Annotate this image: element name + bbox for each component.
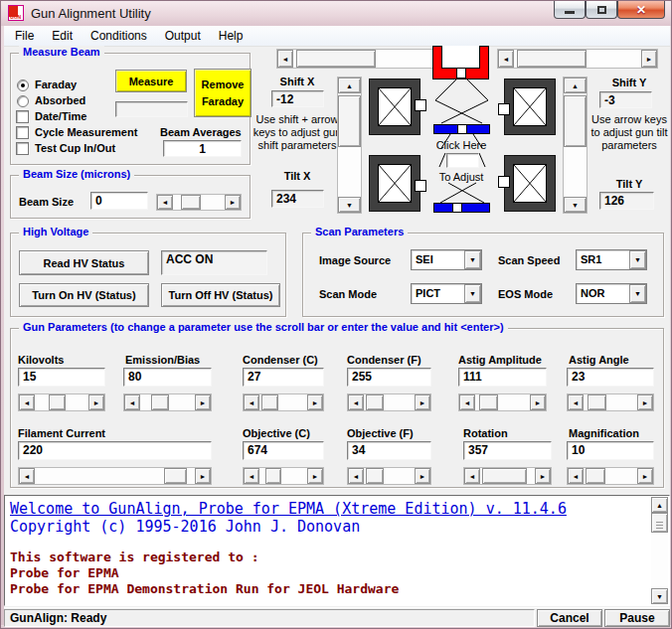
scroll-left-icon[interactable]: ◄ <box>19 394 35 410</box>
chevron-down-icon[interactable]: ▼ <box>629 284 646 303</box>
rotation-scrollbar[interactable]: ◄ ► <box>463 467 552 485</box>
shift-y-field[interactable]: -3 <box>599 91 652 108</box>
deflector-coil-upper[interactable] <box>433 124 490 134</box>
emission-bias-field[interactable]: 80 <box>123 368 212 387</box>
scroll-right-icon[interactable]: ► <box>530 394 546 410</box>
scroll-left-icon[interactable]: ◄ <box>348 468 364 484</box>
turn-on-hv-button[interactable]: Turn On HV (Status) <box>19 283 149 307</box>
scrollbar-thumb[interactable] <box>338 95 361 147</box>
objective-f-scrollbar[interactable]: ◄ ► <box>347 467 431 485</box>
astig-angle-scrollbar[interactable]: ◄ ► <box>567 393 654 411</box>
condenser-f-field[interactable]: 255 <box>347 368 431 387</box>
scan-speed-select[interactable]: SR1 ▼ <box>576 249 647 270</box>
log-scrollbar[interactable]: ▲ ▼ <box>651 497 668 604</box>
scroll-right-icon[interactable]: ► <box>225 195 241 210</box>
kilovolts-scrollbar[interactable]: ◄ ► <box>18 393 105 411</box>
maximize-button[interactable] <box>586 1 617 19</box>
chevron-down-icon[interactable]: ▼ <box>464 284 481 303</box>
gun-shift-y-scrollbar[interactable]: ▲ ▼ <box>337 77 362 214</box>
astig-angle-field[interactable]: 23 <box>567 368 654 387</box>
condenser-f-scrollbar[interactable]: ◄ ► <box>347 393 431 411</box>
absorbed-radio[interactable] <box>17 95 29 107</box>
menu-output[interactable]: Output <box>156 27 210 45</box>
scroll-up-icon[interactable]: ▲ <box>651 497 668 513</box>
scan-mode-select[interactable]: PICT ▼ <box>411 283 482 304</box>
faraday-radio-label[interactable]: Faraday <box>35 79 77 90</box>
adjust-value-field[interactable] <box>446 153 479 168</box>
title-bar[interactable]: Gun Alignment Utility ✕ <box>1 1 672 26</box>
aperture-box-upper-left[interactable] <box>369 79 420 135</box>
scrollbar-thumb[interactable] <box>164 468 187 484</box>
scroll-right-icon[interactable]: ► <box>195 468 211 484</box>
menu-file[interactable]: File <box>6 27 43 45</box>
condenser-c-scrollbar[interactable]: ◄ ► <box>243 393 324 411</box>
datetime-checkbox-label[interactable]: Date/Time <box>35 110 86 122</box>
scroll-left-icon[interactable]: ◄ <box>464 468 480 484</box>
scrollbar-thumb[interactable] <box>265 468 281 484</box>
rotation-field[interactable]: 357 <box>463 441 552 460</box>
scroll-left-icon[interactable]: ◄ <box>568 468 584 484</box>
scroll-right-icon[interactable]: ► <box>195 394 211 410</box>
scroll-right-icon[interactable]: ► <box>535 468 551 484</box>
scroll-right-icon[interactable]: ► <box>637 468 653 484</box>
astig-amplitude-field[interactable]: 111 <box>458 368 547 387</box>
test-cup-checkbox-label[interactable]: Test Cup In/Out <box>35 142 115 154</box>
cycle-measurement-checkbox[interactable] <box>16 126 29 139</box>
absorbed-radio-label[interactable]: Absorbed <box>35 94 85 106</box>
scrollbar-thumb[interactable] <box>366 468 384 484</box>
tilt-x-field[interactable]: 234 <box>271 190 324 208</box>
menu-edit[interactable]: Edit <box>43 27 82 45</box>
scroll-right-icon[interactable]: ► <box>637 394 653 410</box>
filament-current-scrollbar[interactable]: ◄ ► <box>18 467 212 485</box>
read-hv-status-button[interactable]: Read HV Status <box>19 250 149 275</box>
faraday-radio[interactable] <box>17 79 29 91</box>
emission-bias-scrollbar[interactable]: ◄ ► <box>123 393 212 411</box>
scrollbar-thumb[interactable] <box>366 394 384 410</box>
scroll-left-icon[interactable]: ◄ <box>157 195 173 210</box>
cancel-button[interactable]: Cancel <box>537 609 602 627</box>
menu-help[interactable]: Help <box>210 27 252 45</box>
scrollbar-thumb[interactable] <box>482 468 527 484</box>
chevron-down-icon[interactable]: ▼ <box>629 250 646 269</box>
scroll-right-icon[interactable]: ► <box>415 394 430 410</box>
beam-size-scrollbar[interactable]: ◄ ► <box>156 194 242 211</box>
scrollbar-thumb[interactable] <box>479 394 498 410</box>
aperture-box-lower-left[interactable] <box>369 155 420 212</box>
eos-mode-select[interactable]: NOR ▼ <box>576 283 647 304</box>
deflector-coil-lower[interactable] <box>433 203 490 213</box>
scroll-left-icon[interactable]: ◄ <box>19 468 35 484</box>
filament-current-field[interactable]: 220 <box>18 441 212 460</box>
chevron-down-icon[interactable]: ▼ <box>464 250 481 269</box>
scroll-up-icon[interactable]: ▲ <box>338 78 361 93</box>
aperture-handle[interactable] <box>498 103 510 115</box>
scroll-left-icon[interactable]: ◄ <box>277 50 293 68</box>
to-adjust-label[interactable]: To Adjust <box>426 171 496 183</box>
minimize-button[interactable] <box>554 1 586 19</box>
scroll-left-icon[interactable]: ◄ <box>244 394 259 410</box>
condenser-c-field[interactable]: 27 <box>243 368 324 387</box>
objective-f-field[interactable]: 34 <box>347 441 431 460</box>
scroll-right-icon[interactable]: ► <box>641 50 657 68</box>
scroll-left-icon[interactable]: ◄ <box>348 394 364 410</box>
beam-size-field[interactable]: 0 <box>90 192 148 210</box>
scroll-down-icon[interactable]: ▼ <box>564 197 587 213</box>
magnification-field[interactable]: 10 <box>567 441 654 460</box>
astig-amplitude-scrollbar[interactable]: ◄ ► <box>458 393 547 411</box>
scrollbar-thumb[interactable] <box>49 394 66 410</box>
datetime-checkbox[interactable] <box>16 110 29 123</box>
scrollbar-thumb[interactable] <box>564 95 587 147</box>
test-cup-checkbox[interactable] <box>16 142 29 155</box>
scrollbar-thumb[interactable] <box>586 468 604 484</box>
scroll-right-icon[interactable]: ► <box>307 468 323 484</box>
scroll-left-icon[interactable]: ◄ <box>244 468 259 484</box>
scrollbar-thumb[interactable] <box>588 394 605 410</box>
magnification-scrollbar[interactable]: ◄ ► <box>567 467 654 485</box>
scrollbar-thumb[interactable] <box>261 394 278 410</box>
scroll-down-icon[interactable]: ▼ <box>338 197 361 213</box>
close-button[interactable]: ✕ <box>617 1 665 19</box>
aperture-handle[interactable] <box>498 176 510 188</box>
shift-x-field[interactable]: -12 <box>271 90 324 107</box>
scroll-left-icon[interactable]: ◄ <box>459 394 475 410</box>
kilovolts-field[interactable]: 15 <box>18 368 105 387</box>
scrollbar-thumb[interactable] <box>517 50 587 68</box>
